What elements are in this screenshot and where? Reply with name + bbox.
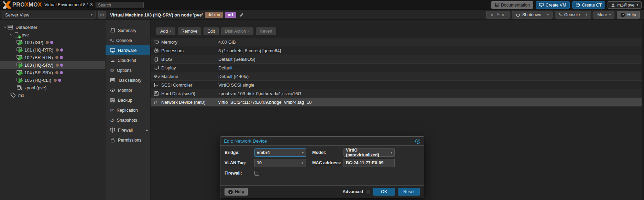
tree-item-storage-zpool[interactable]: zpool (pve) xyxy=(0,84,105,91)
edit-tags-pencil-icon[interactable] xyxy=(239,13,244,17)
node-icon xyxy=(14,32,20,37)
revert-button[interactable]: Revert xyxy=(256,27,276,35)
tree-item-vm-104[interactable]: 104 (BR-SRV) xyxy=(0,69,105,76)
menu-item-firewall[interactable]: Firewall ▸ xyxy=(106,125,150,135)
chevron-down-icon[interactable]: ▾ xyxy=(391,151,392,154)
dialog-help-button[interactable]: ? Help xyxy=(225,188,248,196)
tag-icon xyxy=(10,92,16,98)
hdd-icon xyxy=(154,91,159,96)
spinner-arrows-icon[interactable]: ▲▼ xyxy=(301,163,304,163)
tree-settings-button[interactable]: ⚙ xyxy=(98,11,106,19)
advanced-label: Advanced xyxy=(342,189,363,194)
task-list-icon xyxy=(110,78,115,83)
desktop-icon xyxy=(110,48,115,53)
menu-item-options[interactable]: ⚙ Options xyxy=(106,65,150,75)
tree-item-vm-103-selected[interactable]: 103 (HQ-SRV) xyxy=(0,61,105,69)
hardware-toolbar: Add ▾ Remove Edit Disk Action ▾ Revert xyxy=(151,20,644,35)
resource-tree-sidebar: Datacenter pve 100 (ISP) 101 (HQ-RTR) xyxy=(0,20,105,200)
history-icon: ↺ xyxy=(110,118,114,123)
replication-arrows-icon: ⇄ xyxy=(110,108,114,112)
chevron-down-icon[interactable]: ▾ xyxy=(302,151,304,154)
shutdown-button[interactable]: Shutdown ▾ xyxy=(512,11,553,19)
remove-button[interactable]: Remove xyxy=(178,27,201,35)
menu-item-backup[interactable]: Backup xyxy=(106,95,150,105)
model-combobox[interactable]: VirtIO (paravirtualized) ▾ xyxy=(343,148,395,157)
tree-item-datacenter[interactable]: Datacenter xyxy=(0,23,105,31)
console-button[interactable]: >_ Console ▾ xyxy=(555,11,591,19)
close-icon[interactable] xyxy=(415,138,421,144)
tree-item-tag-m1[interactable]: m1 xyxy=(0,91,105,99)
firewall-label: Firewall: xyxy=(225,171,254,176)
vlan-tag-spinner[interactable]: 10 ▲▼ xyxy=(254,159,306,167)
table-row-hard-disk[interactable]: Hard Disk (scsi0) zpool:vm-103-disk-0,io… xyxy=(151,89,642,98)
menu-item-replication[interactable]: ⇄ Replication xyxy=(106,105,150,115)
vlan-tag-label: VLAN Tag: xyxy=(225,160,254,165)
power-icon xyxy=(516,13,520,17)
tree-item-vm-105[interactable]: 105 (HQ-CLI) xyxy=(0,76,105,84)
tag-dots xyxy=(56,64,63,67)
tree-item-vm-100[interactable]: 100 (ISP) xyxy=(0,38,105,46)
dialog-title: Edit: Network Device xyxy=(224,138,267,144)
bridge-combobox[interactable]: vmbr4 ▾ xyxy=(254,148,306,157)
memory-icon xyxy=(154,40,159,45)
table-row-scsi-controller[interactable]: SCSI Controller VirtIO SCSI single xyxy=(151,81,642,89)
product-version: Virtual Environment 8.1.3 xyxy=(44,2,92,7)
add-button[interactable]: Add ▾ xyxy=(156,27,175,35)
ok-button[interactable]: OK xyxy=(373,188,395,196)
tree-item-vm-102[interactable]: 102 (BR-RTR) xyxy=(0,54,105,61)
search-input[interactable] xyxy=(96,2,144,8)
firewall-checkbox[interactable] xyxy=(254,171,259,176)
documentation-button[interactable]: Documentation xyxy=(491,1,533,9)
dialog-header[interactable]: Edit: Network Device xyxy=(220,137,424,146)
play-overlay-icon xyxy=(18,78,23,84)
reset-button[interactable]: Reset xyxy=(398,188,420,196)
scrollbar[interactable] xyxy=(642,20,644,200)
start-button[interactable]: Start xyxy=(486,11,509,19)
bridge-label: Bridge: xyxy=(225,150,254,155)
menu-item-task-history[interactable]: Task History xyxy=(106,75,150,85)
chevron-down-icon[interactable] xyxy=(3,26,8,29)
play-icon xyxy=(490,13,494,17)
menu-item-permissions[interactable]: Permissions xyxy=(106,135,150,145)
cloud-icon: ☁ xyxy=(110,58,115,63)
tree-item-node-pve[interactable]: pve xyxy=(0,31,105,38)
table-row-display[interactable]: Display Default xyxy=(151,64,642,72)
create-vm-button[interactable]: Create VM xyxy=(536,1,570,9)
menu-item-monitor[interactable]: Monitor xyxy=(106,85,150,95)
gear-icon: ⚙ xyxy=(100,13,104,17)
chevron-down-icon: ▾ xyxy=(636,3,638,7)
chevron-down-icon: ▾ xyxy=(248,30,250,33)
mac-address-label: MAC address: xyxy=(312,160,343,165)
user-menu-button[interactable]: m1@pve ▾ xyxy=(608,1,642,9)
chevron-down-icon[interactable] xyxy=(9,33,14,36)
create-ct-button[interactable]: Create CT xyxy=(572,1,605,9)
menu-item-snapshots[interactable]: ↺ Snapshots xyxy=(106,115,150,125)
table-row-bios[interactable]: BIOS Default (SeaBIOS) xyxy=(151,55,642,64)
page-title: Virtual Machine 103 (HQ-SRV) on node 'pv… xyxy=(110,12,203,18)
mac-address-field[interactable]: BC:24:11:77:E0:09 xyxy=(343,159,395,167)
help-button[interactable]: ? Help xyxy=(617,11,640,19)
table-row-machine[interactable]: ⚙⚙ Machine Default (i440fx) xyxy=(151,72,642,81)
table-row-processors[interactable]: Processors 8 (1 sockets, 8 cores) [qemu6… xyxy=(151,46,642,55)
chevron-down-icon[interactable]: ▾ xyxy=(586,13,588,16)
desktop-icon xyxy=(154,65,159,70)
menu-item-cloud-init[interactable]: ☁ Cloud-Init xyxy=(106,55,150,65)
more-button[interactable]: More ▾ xyxy=(593,11,614,19)
edit-button[interactable]: Edit xyxy=(204,27,219,35)
view-mode-select[interactable]: Server View ▾ xyxy=(2,11,96,19)
disk-action-button[interactable]: Disk Action ▾ xyxy=(221,27,253,35)
network-icon: ⇄ xyxy=(154,100,159,104)
table-row-network-device-selected[interactable]: ⇄ Network Device (net0) virtio=BC:24:11:… xyxy=(151,98,642,107)
menu-item-hardware[interactable]: Hardware xyxy=(106,45,150,55)
storage-icon xyxy=(17,85,22,90)
table-row-memory[interactable]: Memory 4.00 GiB xyxy=(151,38,642,46)
menu-item-console[interactable]: >_ Console xyxy=(106,35,150,45)
advanced-checkbox[interactable] xyxy=(366,190,370,194)
database-icon xyxy=(154,82,159,88)
shield-icon xyxy=(110,127,115,133)
menu-item-summary[interactable]: Summary xyxy=(106,25,150,35)
chevron-down-icon[interactable]: ▾ xyxy=(547,13,549,16)
cpu-icon xyxy=(154,48,159,53)
tree-item-vm-101[interactable]: 101 (HQ-RTR) xyxy=(0,46,105,54)
chevron-right-icon: ▸ xyxy=(146,128,148,132)
